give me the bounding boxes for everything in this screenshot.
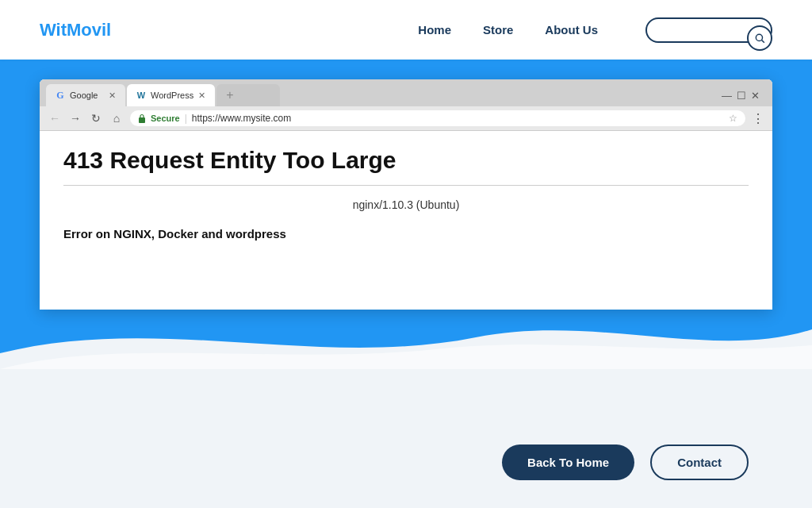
nav-about[interactable]: About Us — [545, 23, 598, 37]
logo[interactable]: WitMovil — [40, 20, 111, 40]
svg-rect-2 — [139, 117, 145, 123]
search-input[interactable] — [660, 24, 755, 37]
window-controls: — ☐ ✕ — [715, 84, 766, 106]
tab-close-google[interactable]: ✕ — [109, 90, 116, 101]
browser-tab-google[interactable]: G Google ✕ — [46, 84, 125, 106]
maximize-icon[interactable]: ☐ — [737, 90, 746, 102]
search-bar — [645, 17, 772, 43]
error-title: 413 Request Entity Too Large — [63, 147, 749, 174]
forward-btn[interactable]: → — [68, 112, 82, 125]
google-favicon: G — [56, 90, 65, 100]
nav-store[interactable]: Store — [483, 23, 513, 37]
back-btn[interactable]: ← — [48, 112, 62, 125]
browser-content: 413 Request Entity Too Large nginx/1.10.… — [40, 131, 772, 256]
secure-badge: Secure — [151, 114, 180, 123]
browser-chrome: G Google ✕ W WordPress ✕ + — ☐ — [40, 79, 772, 131]
bookmark-icon[interactable]: ☆ — [729, 113, 737, 124]
address-url: https://www.mysite.com — [192, 113, 291, 124]
tab-close-wordpress[interactable]: ✕ — [198, 90, 205, 101]
error-divider — [63, 185, 749, 186]
wordpress-favicon: W — [136, 90, 146, 100]
contact-button[interactable]: Contact — [650, 444, 749, 480]
home-btn[interactable]: ⌂ — [109, 112, 124, 125]
address-box[interactable]: Secure | https://www.mysite.com ☆ — [130, 110, 745, 126]
browser-tab-new[interactable]: + — [216, 84, 280, 106]
error-server: nginx/1.10.3 (Ubuntu) — [63, 198, 749, 211]
browser-menu-icon[interactable]: ⋮ — [752, 111, 764, 126]
tab-label-new: + — [226, 88, 233, 102]
wave-decoration — [0, 306, 812, 369]
bottom-section: Back To Home Contact — [0, 369, 812, 508]
back-to-home-button[interactable]: Back To Home — [502, 444, 634, 480]
tab-label-google: Google — [70, 90, 98, 100]
close-icon[interactable]: ✕ — [751, 90, 760, 102]
svg-line-1 — [762, 40, 764, 42]
lock-icon — [138, 114, 146, 123]
browser-tab-wordpress[interactable]: W WordPress ✕ — [127, 84, 215, 106]
reload-btn[interactable]: ↻ — [89, 112, 103, 125]
search-icon[interactable] — [747, 25, 772, 51]
minimize-icon[interactable]: — — [722, 90, 732, 102]
browser-mockup: G Google ✕ W WordPress ✕ + — ☐ — [40, 79, 772, 310]
hero-section: G Google ✕ W WordPress ✕ + — ☐ — [0, 60, 812, 369]
error-description: Error on NGINX, Docker and wordpress — [63, 227, 749, 241]
main-nav: Home Store About Us — [418, 17, 772, 43]
tab-label-wordpress: WordPress — [151, 90, 193, 100]
svg-point-0 — [756, 34, 762, 40]
header: WitMovil Home Store About Us — [0, 0, 812, 60]
browser-addressbar: ← → ↻ ⌂ Secure | https://www.mysite.com … — [40, 106, 772, 130]
nav-home[interactable]: Home — [418, 23, 451, 37]
